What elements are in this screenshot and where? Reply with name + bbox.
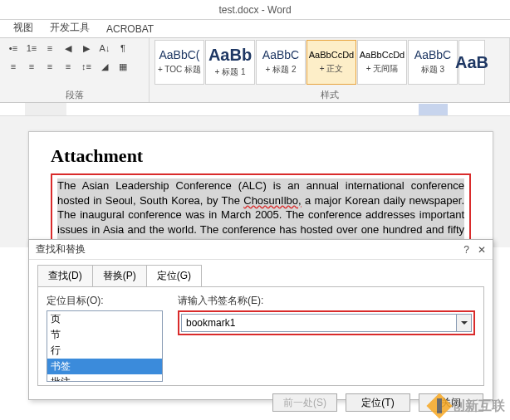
styles-gallery[interactable]: AaBbC( + TOC 标题 AaBb + 标题 1 AaBbC + 标题 2…: [154, 40, 504, 85]
find-replace-dialog: 查找和替换 ? ✕ 查找(D) 替换(P) 定位(G) 定位目标(O): 页 节…: [28, 239, 493, 400]
show-marks-button[interactable]: ¶: [115, 40, 131, 56]
justify-button[interactable]: ≡: [60, 58, 76, 75]
goto-opt-line[interactable]: 行: [47, 343, 162, 359]
tab-replace[interactable]: 替换(P): [92, 265, 147, 286]
watermark-icon: [430, 397, 449, 415]
doc-paragraph[interactable]: The Asian Leadership Conference (ALC) is…: [57, 178, 464, 247]
shading-button[interactable]: ◢: [96, 58, 113, 75]
close-icon[interactable]: ✕: [478, 244, 486, 256]
tab-view[interactable]: 视图: [5, 18, 42, 37]
borders-button[interactable]: ▦: [115, 58, 131, 75]
goto-target-label: 定位目标(O):: [47, 294, 163, 308]
bookmark-combo-highlight: [178, 310, 475, 335]
goto-opt-comment[interactable]: 批注: [47, 374, 162, 382]
paragraph-group: •≡ 1≡ ≡ ◀ ▶ A↓ ¶ ≡ ≡ ≡ ≡ ↕≡ ◢ ▦ 段落: [0, 38, 150, 102]
bookmark-name-label: 请输入书签名称(E):: [178, 294, 475, 308]
dialog-title-bar[interactable]: 查找和替换 ? ✕: [29, 240, 493, 260]
tab-find[interactable]: 查找(D): [37, 265, 93, 286]
paragraph-group-label: 段落: [5, 89, 144, 102]
tab-acrobat[interactable]: ACROBAT: [98, 21, 162, 37]
window-title-bar: test.docx - Word: [0, 0, 510, 20]
bullets-button[interactable]: •≡: [5, 40, 22, 56]
bookmark-dropdown-button[interactable]: [456, 315, 471, 331]
ribbon-tabs: 视图 开发工具 ACROBAT: [0, 20, 510, 38]
align-right-button[interactable]: ≡: [42, 58, 58, 75]
multilevel-button[interactable]: ≡: [42, 40, 58, 56]
bookmark-combo[interactable]: [181, 314, 472, 332]
align-center-button[interactable]: ≡: [23, 58, 40, 75]
horizontal-ruler[interactable]: [0, 103, 510, 116]
sort-button[interactable]: A↓: [96, 40, 113, 56]
goto-opt-page[interactable]: 页: [47, 311, 162, 327]
style-body[interactable]: AaBbCcDd + 正文: [306, 40, 356, 85]
dialog-tabs: 查找(D) 替换(P) 定位(G): [37, 265, 493, 286]
bookmark-input[interactable]: [182, 315, 456, 331]
goto-opt-bookmark[interactable]: 书签: [47, 359, 162, 374]
increase-indent-button[interactable]: ▶: [78, 40, 95, 56]
goto-opt-section[interactable]: 节: [47, 327, 162, 343]
ruler-margin-indicator: [419, 104, 448, 115]
style-more[interactable]: AaB: [459, 40, 485, 85]
goto-button[interactable]: 定位(T): [346, 393, 410, 412]
tab-developer[interactable]: 开发工具: [42, 18, 98, 37]
decrease-indent-button[interactable]: ◀: [60, 40, 76, 56]
styles-group: AaBbC( + TOC 标题 AaBb + 标题 1 AaBbC + 标题 2…: [150, 38, 510, 102]
style-heading-1[interactable]: AaBb + 标题 1: [205, 40, 255, 85]
tab-goto[interactable]: 定位(G): [146, 265, 202, 286]
style-heading-3[interactable]: AaBbC 标题 3: [408, 40, 458, 85]
ribbon: •≡ 1≡ ≡ ◀ ▶ A↓ ¶ ≡ ≡ ≡ ≡ ↕≡ ◢ ▦ 段落 AaBb: [0, 38, 510, 103]
numbering-button[interactable]: 1≡: [23, 40, 40, 56]
watermark-text: 创新互联: [452, 398, 505, 415]
page[interactable]: Attachment The Asian Leadership Conferen…: [28, 131, 493, 247]
doc-heading[interactable]: Attachment: [51, 145, 471, 167]
document-title: test.docx - Word: [218, 4, 291, 16]
spell-error[interactable]: ChosunIlbo,: [243, 194, 301, 207]
line-spacing-button[interactable]: ↕≡: [78, 58, 95, 75]
dialog-body: 定位目标(O): 页 节 行 书签 批注 脚注 请输入书签名称(E): 前一处(…: [37, 286, 484, 386]
styles-group-label: 样式: [154, 89, 504, 102]
watermark: 创新互联: [430, 397, 505, 415]
previous-button: 前一处(S): [272, 393, 337, 412]
selection-highlight-box: The Asian Leadership Conference (ALC) is…: [51, 173, 471, 247]
align-left-button[interactable]: ≡: [5, 58, 22, 75]
style-heading-2[interactable]: AaBbC + 标题 2: [256, 40, 306, 85]
goto-target-list[interactable]: 页 节 行 书签 批注 脚注: [47, 310, 163, 382]
document-area: Attachment The Asian Leadership Conferen…: [0, 116, 510, 247]
dialog-title: 查找和替换: [36, 242, 86, 256]
style-no-spacing[interactable]: AaBbCcDd + 无间隔: [357, 40, 407, 85]
style-toc-heading[interactable]: AaBbC( + TOC 标题: [154, 40, 204, 85]
help-icon[interactable]: ?: [463, 244, 469, 256]
